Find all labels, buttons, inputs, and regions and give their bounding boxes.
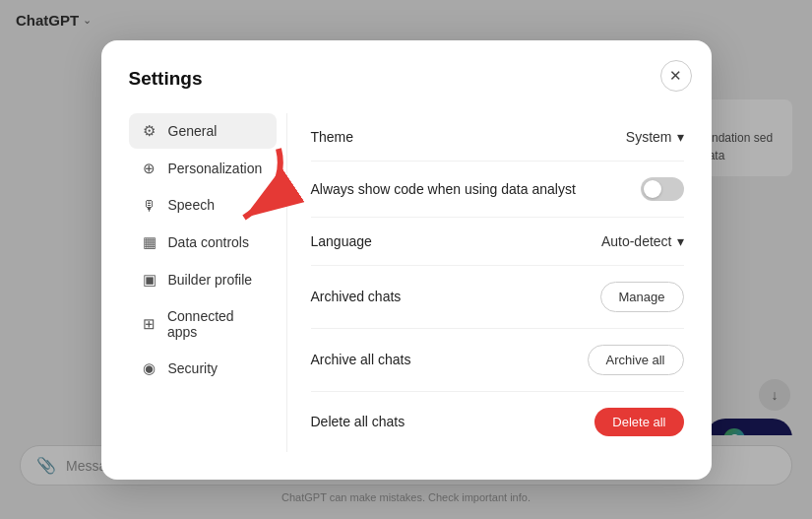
sidebar-item-personalization[interactable]: ⊕ Personalization [129, 151, 277, 186]
sidebar-label-security: Security [168, 360, 219, 376]
theme-setting-row: Theme System ▾ [311, 113, 684, 162]
sidebar-label-builder-profile: Builder profile [168, 272, 253, 288]
chevron-icon: ▾ [677, 129, 684, 145]
manage-button[interactable]: Manage [600, 282, 684, 312]
archived-chats-control: Manage [600, 282, 684, 312]
code-analyst-toggle[interactable] [641, 177, 684, 201]
theme-dropdown[interactable]: System ▾ [626, 129, 684, 145]
sidebar-item-connected-apps[interactable]: ⊞ Connected apps [129, 299, 277, 349]
theme-control: System ▾ [626, 129, 684, 145]
sidebar-label-speech: Speech [168, 197, 215, 213]
sidebar-item-data-controls[interactable]: ▦ Data controls [129, 225, 277, 260]
sidebar-label-data-controls: Data controls [168, 234, 249, 250]
sidebar-item-security[interactable]: ◉ Security [129, 351, 277, 386]
archive-all-label: Archive all chats [311, 352, 411, 367]
sidebar-label-general: General [168, 123, 218, 139]
apps-icon: ⊞ [141, 315, 157, 333]
archive-all-setting-row: Archive all chats Archive all [311, 329, 684, 392]
modal-overlay: Settings ✕ ⚙ General ⊕ [0, 0, 812, 519]
language-control: Auto-detect ▾ [601, 233, 684, 249]
modal-title: Settings [129, 68, 684, 90]
modal-body: ⚙ General ⊕ Personalization 🎙 Speech ▦ D… [129, 113, 684, 452]
gear-icon: ⚙ [141, 122, 158, 140]
theme-value: System [626, 129, 672, 145]
sidebar-label-connected-apps: Connected apps [167, 308, 265, 340]
builder-icon: ▣ [141, 271, 158, 289]
archived-chats-label: Archived chats [311, 289, 402, 304]
language-dropdown[interactable]: Auto-detect ▾ [601, 233, 684, 249]
toggle-thumb [644, 180, 661, 198]
sidebar-item-speech[interactable]: 🎙 Speech [129, 188, 277, 223]
sidebar-item-general[interactable]: ⚙ General [129, 113, 277, 149]
sidebar-item-builder-profile[interactable]: ▣ Builder profile [129, 262, 277, 297]
delete-all-setting-row: Delete all chats Delete all [311, 392, 684, 452]
settings-main: Theme System ▾ Always show code when usi… [286, 113, 684, 452]
delete-all-button[interactable]: Delete all [594, 408, 683, 436]
language-label: Language [311, 233, 372, 249]
code-analyst-setting-row: Always show code when using data analyst [311, 162, 684, 218]
archive-all-button[interactable]: Archive all [588, 345, 684, 375]
theme-label: Theme [311, 129, 354, 145]
language-setting-row: Language Auto-detect ▾ [311, 218, 684, 266]
data-icon: ▦ [141, 233, 158, 251]
close-button[interactable]: ✕ [660, 60, 692, 92]
delete-all-label: Delete all chats [311, 414, 406, 429]
archived-chats-setting-row: Archived chats Manage [311, 266, 684, 329]
archive-all-control: Archive all [588, 345, 684, 375]
speech-icon: 🎙 [141, 197, 158, 214]
language-value: Auto-detect [601, 233, 672, 249]
sidebar-label-personalization: Personalization [168, 161, 263, 176]
chevron-icon: ▾ [677, 233, 684, 249]
settings-sidebar: ⚙ General ⊕ Personalization 🎙 Speech ▦ D… [129, 113, 286, 452]
person-icon: ⊕ [141, 160, 158, 177]
delete-all-control: Delete all [594, 408, 683, 436]
code-analyst-label: Always show code when using data analyst [311, 181, 576, 197]
settings-modal: Settings ✕ ⚙ General ⊕ [101, 40, 712, 480]
security-icon: ◉ [141, 359, 158, 377]
code-analyst-control [641, 177, 684, 201]
